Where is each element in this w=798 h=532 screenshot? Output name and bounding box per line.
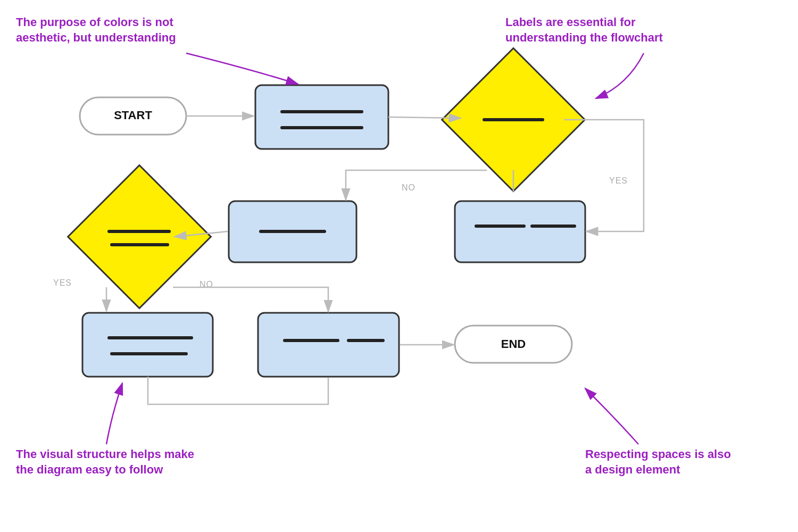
label-no1: NO xyxy=(402,183,415,192)
node-process-1 xyxy=(255,85,388,149)
label-yes2: YES xyxy=(53,278,72,287)
flowchart-svg: START EN xyxy=(0,0,798,532)
end-label: END xyxy=(501,337,526,351)
node-process-4 xyxy=(82,313,213,377)
node-process-5 xyxy=(258,313,399,377)
start-label: START xyxy=(114,109,152,122)
node-process-3 xyxy=(455,201,585,262)
label-yes1: YES xyxy=(609,176,628,185)
